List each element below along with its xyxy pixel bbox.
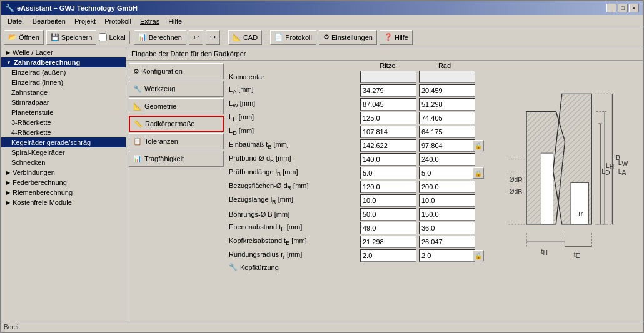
sidebar-item-stirnradpaar[interactable]: Stirnradpaar: [1, 97, 126, 107]
menu-bearbeiten[interactable]: Bearbeiten: [29, 16, 69, 26]
toleranzen-label: Toleranzen: [144, 137, 178, 145]
sidebar-item-planetenstufe[interactable]: Planetenstufe: [1, 107, 126, 117]
lw-dim-label: LW: [618, 159, 628, 167]
sidebar-item-4raeder[interactable]: 4-Räderkette: [1, 127, 126, 137]
minimize-button[interactable]: _: [606, 4, 616, 12]
3raeder-label: 3-Räderkette: [11, 119, 51, 126]
ld-label: LD [mm]: [229, 127, 360, 136]
tragfaehigkeit-button[interactable]: 📊 Tragfähigkeit: [129, 151, 224, 167]
pruefbundlaenge-lock-button[interactable]: 🔒: [473, 167, 484, 179]
protokoll-button[interactable]: 📄 Protokoll: [270, 30, 316, 45]
werkzeug-icon: 🔧: [133, 85, 142, 93]
sidebar-item-schnecken[interactable]: Schnecken: [1, 157, 126, 167]
statusbar: Bereit: [1, 322, 643, 332]
sidebar-item-zahnrad-section[interactable]: ▼ Zahnradberechnung: [1, 57, 126, 67]
undo-button[interactable]: ↩: [189, 30, 203, 45]
sidebar-item-riemenberechnung[interactable]: ▶ Riemenberechnung: [1, 187, 126, 197]
maximize-button[interactable]: □: [618, 4, 628, 12]
pruefbund-rad-input[interactable]: [419, 153, 475, 166]
kommentar-ritzel-input[interactable]: [360, 71, 416, 83]
svg-rect-11: [541, 153, 553, 224]
rundungsradius-lock-button[interactable]: 🔒: [473, 250, 484, 261]
konfiguration-button[interactable]: ⚙ Konfiguration: [129, 63, 224, 79]
sidebar-item-spiral-kegelraeder[interactable]: Spiral-Kegelräder: [1, 147, 126, 157]
planetenstufe-label: Planetenstufe: [11, 109, 53, 116]
verbindungen-arrow-icon: ▶: [6, 170, 10, 176]
sidebar-item-kegelraeder[interactable]: Kegelräder gerade/schräg: [1, 137, 126, 147]
bohrung-rad-input[interactable]: [419, 208, 475, 221]
bohrung-ritzel-input[interactable]: [360, 208, 416, 221]
rundungsradius-ritzel-input[interactable]: [360, 249, 416, 262]
werkzeug-button[interactable]: 🔧 Werkzeug: [129, 81, 224, 97]
menu-datei[interactable]: Datei: [4, 16, 28, 26]
menu-protokoll[interactable]: Protokoll: [101, 16, 135, 26]
toleranzen-icon: 📋: [133, 137, 142, 146]
sidebar-item-welle-label: Welle / Lager: [13, 49, 53, 56]
save-button[interactable]: 💾 Speichern: [46, 30, 97, 45]
toleranzen-button[interactable]: 📋 Toleranzen: [129, 133, 224, 149]
ebenenabstand-ritzel-input[interactable]: [360, 222, 416, 234]
sidebar-item-federberechnung[interactable]: ▶ Federberechnung: [1, 177, 126, 187]
einbaumass-lock-button[interactable]: 🔒: [473, 140, 484, 151]
window-controls: _ □ ×: [606, 4, 639, 12]
lw-ritzel-input[interactable]: [360, 98, 416, 111]
lokal-checkbox[interactable]: [99, 33, 107, 41]
sidebar-item-einzelrad-innen[interactable]: Einzelrad (innen): [1, 77, 126, 87]
spiral-kegelraeder-label: Spiral-Kegelräder: [11, 149, 65, 156]
bezugsflaechen-ritzel-input[interactable]: [360, 181, 416, 193]
pruefbundlaenge-label: Prüfbundlänge lB [mm]: [229, 168, 360, 177]
la-ritzel-input[interactable]: [360, 84, 416, 97]
kopfkreisabstand-rad-input[interactable]: [419, 236, 475, 248]
calculate-button[interactable]: 📊 Berechnen: [134, 30, 186, 45]
lh-rad-input[interactable]: [419, 112, 475, 124]
pruefbund-ritzel-input[interactable]: [360, 153, 416, 166]
save-label: Speichern: [61, 34, 93, 41]
lh-ritzel-input[interactable]: [360, 112, 416, 124]
la-rad-input[interactable]: [419, 84, 475, 97]
sidebar-item-kostenfreie[interactable]: ▶ Kostenfreie Module: [1, 197, 126, 207]
help-button[interactable]: ❓ Hilfe: [380, 30, 413, 45]
sidebar-item-verbindungen[interactable]: ▶ Verbindungen: [1, 167, 126, 177]
main-window: 🔧 eAssistant – GWJ Technology GmbH _ □ ×…: [0, 0, 644, 333]
redo-button[interactable]: ↪: [206, 30, 220, 45]
bezugsflaechen-rad-input[interactable]: [419, 181, 475, 193]
ld-ritzel-input[interactable]: [360, 126, 416, 138]
col-rad-header: Rad: [416, 62, 473, 69]
menu-hilfe[interactable]: Hilfe: [164, 16, 186, 26]
bezugslaenge-rad-input[interactable]: [419, 194, 475, 207]
menu-projekt[interactable]: Projekt: [71, 16, 99, 26]
kommentar-rad-input[interactable]: [419, 71, 475, 83]
pruefbundlaenge-rad-input[interactable]: [419, 167, 475, 179]
menubar: Datei Bearbeiten Projekt Protokoll Extra…: [1, 15, 643, 27]
open-button[interactable]: 📂 Öffnen: [4, 30, 44, 45]
bezugslaenge-ritzel-input[interactable]: [360, 194, 416, 207]
ebenenabstand-rad-input[interactable]: [419, 222, 475, 234]
sidebar-item-3raeder[interactable]: 3-Räderkette: [1, 117, 126, 127]
settings-label: Einstellungen: [331, 34, 373, 41]
kopfkreisabstand-ritzel-input[interactable]: [360, 236, 416, 248]
table-row: Ebenenabstand tH [mm]: [229, 222, 503, 234]
protokoll-label: Protokoll: [285, 34, 312, 41]
toolbar: 📂 Öffnen 💾 Speichern Lokal 📊 Berechnen ↩…: [1, 27, 643, 47]
sidebar-item-einzelrad-aussen[interactable]: Einzelrad (außen): [1, 67, 126, 77]
sidebar-item-welle[interactable]: ▶ Welle / Lager: [1, 47, 126, 57]
ld-rad-input[interactable]: [419, 126, 475, 138]
window-title: eAssistant – GWJ Technology GmbH: [17, 4, 138, 12]
geometrie-button[interactable]: 📐 Geometrie: [129, 98, 224, 114]
einbaumass-ritzel-input[interactable]: [360, 139, 416, 152]
radkoerper-button[interactable]: 📏 Radkörpermaße: [129, 116, 224, 132]
settings-button[interactable]: ⚙ Einstellungen: [319, 30, 377, 45]
close-button[interactable]: ×: [629, 4, 639, 12]
radkoerper-label: Radkörpermaße: [145, 120, 194, 127]
diagram-area: tB LH LD LW LA: [503, 62, 640, 293]
rundungsradius-rad-input[interactable]: [419, 249, 475, 262]
pruefbundlaenge-ritzel-input[interactable]: [360, 167, 416, 179]
sidebar-item-zahnstange[interactable]: Zahnstange: [1, 87, 126, 97]
einbaumass-rad-input[interactable]: [419, 139, 475, 152]
cad-button[interactable]: 📐 CAD: [228, 30, 262, 45]
config-area: ⚙ Konfiguration 🔧 Werkzeug 📐 Geometrie 📏…: [126, 61, 643, 294]
lw-rad-input[interactable]: [419, 98, 475, 111]
toolbar-separator-2: [224, 31, 224, 44]
menu-extras[interactable]: Extras: [136, 16, 163, 26]
lw-label: LW [mm]: [229, 99, 360, 109]
